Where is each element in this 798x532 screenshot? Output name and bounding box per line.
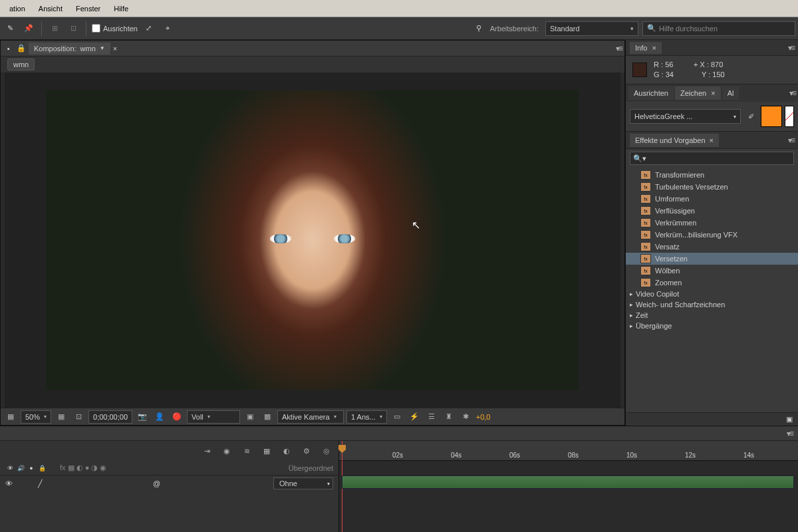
- effects-list[interactable]: fxTransformierenfxTurbulentes Versetzenf…: [626, 168, 798, 412]
- expand-icon[interactable]: ⤢: [142, 21, 156, 36]
- menu-item-help[interactable]: Hilfe: [107, 2, 135, 15]
- effects-footer: ▣: [626, 412, 798, 426]
- chevron-down-icon[interactable]: ▼: [100, 45, 105, 51]
- time-ruler[interactable]: 02s04s06s08s10s12s14s: [339, 441, 798, 461]
- info-tab[interactable]: Info ×: [630, 42, 662, 54]
- panel-menu-icon[interactable]: ▾≡: [787, 429, 793, 438]
- effect-item[interactable]: fxWölben: [626, 265, 798, 277]
- stroke-color-swatch[interactable]: [785, 106, 794, 127]
- layer-row[interactable]: 👁 ╱ @ Ohne: [0, 475, 338, 491]
- menu-item-view[interactable]: Ansicht: [32, 2, 69, 15]
- comp-viewer[interactable]: ↖: [5, 72, 620, 408]
- rotobrush-icon[interactable]: ✎: [3, 21, 17, 36]
- menu-item-window[interactable]: Fenster: [69, 2, 107, 15]
- composition-panel: ▪ 🔒 Komposition: wmn ▼ × ▾≡ wmn ↖ ▦ 50% …: [0, 40, 625, 426]
- effect-item[interactable]: fxTurbulentes Versetzen: [626, 181, 798, 193]
- draft-3d-icon[interactable]: ◎: [320, 444, 333, 458]
- panel-menu-icon[interactable]: ▾≡: [789, 88, 795, 98]
- fast-preview-icon[interactable]: ⚡: [407, 410, 422, 424]
- resolution-value: Voll: [192, 413, 203, 421]
- motion-blur-icon[interactable]: ▦: [260, 444, 273, 458]
- parent-dropdown[interactable]: Ohne: [273, 477, 333, 489]
- effect-item[interactable]: fxZoomen: [626, 277, 798, 289]
- exposure-value[interactable]: +0,0: [476, 413, 491, 421]
- new-bin-icon[interactable]: ▣: [786, 415, 793, 424]
- effect-label: Verflüssigen: [655, 207, 695, 215]
- snapshot-icon[interactable]: 📷: [135, 410, 150, 424]
- 3d-icon[interactable]: ◉: [220, 444, 233, 458]
- effect-item[interactable]: fxVersetzen: [626, 253, 798, 265]
- font-family-dropdown[interactable]: HelveticaGreek ...: [630, 109, 741, 124]
- close-icon[interactable]: ×: [711, 89, 715, 97]
- search-comp-icon[interactable]: ⚲: [471, 21, 486, 36]
- tab-absatz[interactable]: Al: [722, 86, 739, 100]
- align-checkbox-input[interactable]: [92, 24, 100, 33]
- timecode-display[interactable]: 0;00;00;00: [88, 410, 132, 424]
- snap-1-icon[interactable]: ⊞: [47, 21, 62, 36]
- pin-icon[interactable]: 📌: [21, 21, 36, 36]
- effect-item[interactable]: fxTransformieren: [626, 169, 798, 181]
- pixel-aspect-icon[interactable]: ▭: [390, 410, 404, 424]
- guides-icon[interactable]: ⊡: [71, 410, 86, 424]
- fill-color-swatch[interactable]: [761, 106, 782, 127]
- effect-item[interactable]: fxVersatz: [626, 241, 798, 253]
- close-icon[interactable]: ×: [710, 136, 714, 144]
- effect-item[interactable]: fxVerkrümmen: [626, 217, 798, 229]
- always-preview-icon[interactable]: ▦: [3, 410, 18, 424]
- reset-exposure-icon[interactable]: ✱: [459, 410, 473, 424]
- roi-icon[interactable]: ▣: [243, 410, 257, 424]
- effects-search-input[interactable]: 🔍▾: [630, 152, 794, 165]
- lock-icon[interactable]: 🔒: [17, 41, 26, 56]
- comp-tab[interactable]: Komposition: wmn ▼: [29, 43, 110, 55]
- show-snapshot-icon[interactable]: 👤: [152, 410, 167, 424]
- tab-ausrichten[interactable]: Ausrichten: [628, 86, 674, 100]
- views-dropdown[interactable]: 1 Ans...: [346, 410, 387, 424]
- workspace-dropdown[interactable]: Standard: [545, 21, 638, 36]
- flowchart-icon[interactable]: ♜: [442, 410, 456, 424]
- comp-tab-close-icon[interactable]: ×: [113, 45, 117, 53]
- effect-category[interactable]: Video Copilot: [626, 289, 798, 299]
- snap-2-icon[interactable]: ⊡: [66, 21, 80, 36]
- tab-zeichen[interactable]: Zeichen ×: [675, 86, 721, 100]
- timeline-track-area[interactable]: 02s04s06s08s10s12s14s: [339, 441, 798, 532]
- panel-menu-icon[interactable]: ▾≡: [788, 136, 794, 145]
- audio-column-icon[interactable]: 🔊: [16, 465, 25, 471]
- channels-icon[interactable]: 🔴: [170, 410, 184, 424]
- graph-icon[interactable]: ◐: [280, 444, 293, 458]
- brainstorm-icon[interactable]: ⚙: [300, 444, 313, 458]
- effect-item[interactable]: fxUmformen: [626, 193, 798, 205]
- layer-duration-bar[interactable]: [342, 475, 794, 489]
- workspace-label: Arbeitsbereich:: [490, 25, 539, 33]
- effect-item[interactable]: fxVerflüssigen: [626, 205, 798, 217]
- lock-column-icon[interactable]: 🔒: [37, 465, 47, 471]
- effect-item[interactable]: fxVerkrüm...bilisierung VFX: [626, 229, 798, 241]
- parent-pick-whip-icon[interactable]: @: [153, 479, 160, 487]
- menu-item-animation[interactable]: ation: [3, 2, 32, 15]
- eye-column-icon[interactable]: 👁: [5, 465, 15, 471]
- solo-column-icon[interactable]: ●: [27, 465, 36, 471]
- effect-category[interactable]: Weich- und Scharfzeichnen: [626, 299, 798, 310]
- panel-menu-icon[interactable]: ▾≡: [616, 44, 622, 53]
- shy-icon[interactable]: ⇥: [200, 444, 213, 458]
- eyedropper-icon[interactable]: ✐: [743, 109, 758, 124]
- footage-portrait: [47, 90, 579, 390]
- transparency-icon[interactable]: ▩: [260, 410, 275, 424]
- camera-dropdown[interactable]: Aktive Kamera: [277, 410, 344, 424]
- resolution-dropdown[interactable]: Voll: [187, 410, 240, 424]
- align-checkbox[interactable]: Ausrichten: [92, 24, 138, 33]
- grid-icon[interactable]: ▦: [54, 410, 68, 424]
- effect-category[interactable]: Zeit: [626, 310, 798, 321]
- effect-category[interactable]: Übergänge: [626, 321, 798, 331]
- breadcrumb-item[interactable]: wmn: [7, 59, 35, 70]
- panel-collapse-icon[interactable]: ▪: [3, 41, 14, 56]
- frame-blend-icon[interactable]: ≋: [240, 444, 253, 458]
- help-search-input[interactable]: 🔍 Hilfe durchsuchen: [642, 21, 795, 36]
- zoom-dropdown[interactable]: 50%: [21, 410, 51, 424]
- close-icon[interactable]: ×: [652, 44, 656, 52]
- search-icon: 🔍▾: [633, 154, 646, 163]
- focus-icon[interactable]: ⌖: [160, 21, 175, 36]
- timeline-icon[interactable]: ☰: [424, 410, 439, 424]
- eye-toggle-icon[interactable]: 👁: [5, 479, 13, 487]
- effects-tab[interactable]: Effekte und Vorgaben ×: [630, 134, 719, 147]
- panel-menu-icon[interactable]: ▾≡: [788, 43, 794, 53]
